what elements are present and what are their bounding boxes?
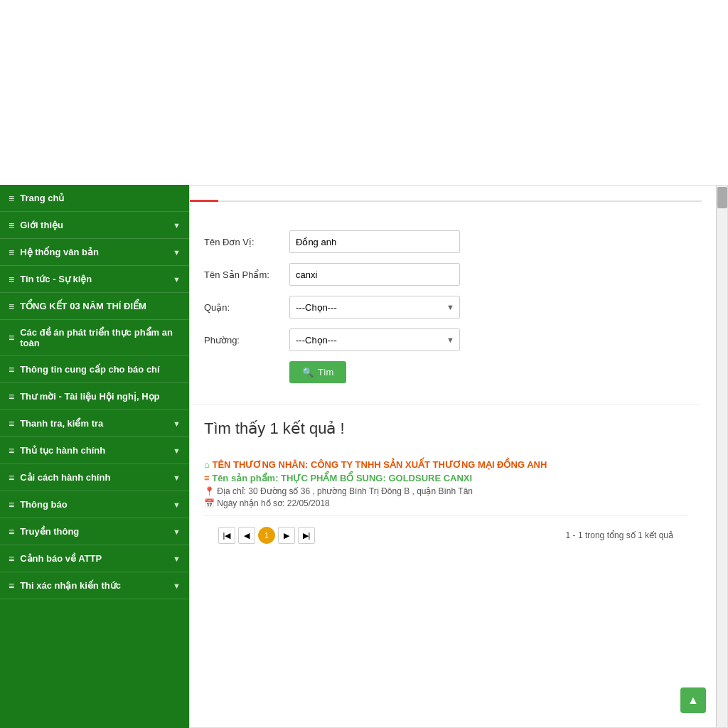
tabs-container [190, 186, 702, 202]
menu-grid-icon: ≡ [9, 193, 14, 204]
sidebar-item-label: Cảnh báo về ATTP [20, 553, 102, 564]
chevron-down-icon-6: ▼ [173, 473, 181, 482]
form-row-don-vi: Tên Đơn Vị: [204, 230, 687, 253]
menu-grid-icon-13: ≡ [9, 526, 14, 537]
sidebar-item-thu-tuc[interactable]: ≡ Thủ tục hành chính ▼ [0, 437, 189, 464]
page-1-button[interactable]: 1 [258, 527, 275, 544]
search-form: Tên Đơn Vị: Tên Sản Phẩm: Quận: ---Chọn-… [190, 216, 702, 397]
page-last-button[interactable]: ▶| [298, 527, 315, 544]
results-section: Tìm thấy 1 kết quả ! TÊN THƯƠNG NHÂN: CÔ… [190, 405, 702, 569]
chevron-down-icon: ▼ [173, 221, 181, 230]
content-inner: Tên Đơn Vị: Tên Sản Phẩm: Quận: ---Chọn-… [190, 186, 716, 583]
sidebar-item-canh-bao[interactable]: ≡ Cảnh báo về ATTP ▼ [0, 545, 189, 572]
chevron-down-icon-5: ▼ [173, 446, 181, 455]
don-vi-label: Tên Đơn Vị: [204, 237, 289, 247]
page-prev-button[interactable]: ◀ [238, 527, 255, 544]
search-button[interactable]: 🔍 Tìm [289, 361, 346, 383]
result-item: TÊN THƯƠNG NHÂN: CÔNG TY TNHH SẢN XUẤT T… [204, 452, 687, 516]
sidebar-item-label: Thông tin cung cấp cho báo chí [20, 364, 160, 375]
menu-grid-icon-2: ≡ [9, 220, 14, 231]
menu-grid-icon-4: ≡ [9, 274, 14, 285]
sidebar-item-label: Trang chủ [20, 193, 64, 203]
results-title: Tìm thấy 1 kết quả ! [204, 419, 687, 438]
top-space [0, 0, 728, 185]
content-area: Tên Đơn Vị: Tên Sản Phẩm: Quận: ---Chọn-… [189, 185, 728, 728]
sidebar-item-gioi-thieu[interactable]: ≡ Giới thiệu ▼ [0, 212, 189, 239]
sidebar-item-label: Thanh tra, kiểm tra [20, 418, 103, 429]
phuong-label: Phường: [204, 335, 289, 346]
page-wrapper: ≡ Trang chủ ≡ Giới thiệu ▼ ≡ Hệ thống vă… [0, 0, 728, 728]
tab-2[interactable] [218, 186, 247, 202]
sidebar-item-cai-cach[interactable]: ≡ Cải cách hành chính ▼ [0, 464, 189, 491]
menu-grid-icon-11: ≡ [9, 472, 14, 483]
sidebar-item-he-thong-van-ban[interactable]: ≡ Hệ thống văn bản ▼ [0, 239, 189, 266]
sidebar-item-label: Tin tức - Sự kiện [20, 274, 92, 284]
sidebar: ≡ Trang chủ ≡ Giới thiệu ▼ ≡ Hệ thống vă… [0, 185, 189, 728]
phuong-select[interactable]: ---Chọn--- [289, 328, 460, 351]
menu-grid-icon-15: ≡ [9, 580, 14, 592]
chevron-up-icon: ▲ [687, 694, 699, 707]
chevron-down-icon-7: ▼ [173, 500, 181, 509]
result-merchant: TÊN THƯƠNG NHÂN: CÔNG TY TNHH SẢN XUẤT T… [204, 459, 687, 470]
scrollbar-thumb[interactable] [717, 187, 727, 208]
don-vi-input[interactable] [289, 230, 460, 253]
chevron-down-icon-2: ▼ [173, 248, 181, 257]
sidebar-item-trang-chu[interactable]: ≡ Trang chủ [0, 185, 189, 212]
sidebar-item-thong-tin-bao-chi[interactable]: ≡ Thông tin cung cấp cho báo chí [0, 356, 189, 383]
sidebar-item-label: TỔNG KẾT 03 NĂM THÍ ĐIỂM [20, 301, 146, 311]
quan-select[interactable]: ---Chọn--- [289, 296, 460, 318]
page-next-button[interactable]: ▶ [278, 527, 295, 544]
sidebar-item-label: Thi xác nhận kiến thức [20, 580, 121, 591]
menu-grid-icon-12: ≡ [9, 499, 14, 510]
phuong-select-wrapper: ---Chọn--- ▼ [289, 328, 460, 351]
result-address: Địa chỉ: 30 Đường số 36 , phường Bình Tr… [204, 486, 687, 496]
menu-grid-icon-5: ≡ [9, 301, 14, 312]
pagination: |◀ ◀ 1 ▶ ▶| 1 - 1 trong tổng số 1 kết qu… [204, 516, 687, 555]
main-area: ≡ Trang chủ ≡ Giới thiệu ▼ ≡ Hệ thống vă… [0, 185, 728, 728]
sidebar-item-tong-ket[interactable]: ≡ TỔNG KẾT 03 NĂM THÍ ĐIỂM [0, 293, 189, 320]
sidebar-item-thu-moi[interactable]: ≡ Thư mời - Tài liệu Hội nghị, Họp [0, 383, 189, 410]
sidebar-item-label: Hệ thống văn bản [20, 247, 99, 257]
san-pham-label: Tên Sản Phẩm: [204, 269, 289, 280]
search-button-label: Tìm [318, 367, 333, 378]
quan-label: Quận: [204, 302, 289, 313]
chevron-down-icon-9: ▼ [173, 555, 181, 563]
sidebar-item-label: Thông báo [20, 499, 67, 510]
sidebar-item-thi-xac-nhan[interactable]: ≡ Thi xác nhận kiến thức ▼ [0, 572, 189, 599]
result-product: Tên sản phẩm: THỰC PHẨM BỔ SUNG: GOLDSUR… [204, 473, 687, 483]
tab-1[interactable] [190, 186, 218, 202]
menu-grid-icon-9: ≡ [9, 418, 14, 429]
san-pham-input[interactable] [289, 263, 460, 286]
sidebar-item-thanh-tra[interactable]: ≡ Thanh tra, kiểm tra ▼ [0, 410, 189, 437]
chevron-down-icon-8: ▼ [173, 528, 181, 536]
sidebar-item-tin-tuc[interactable]: ≡ Tin tức - Sự kiện ▼ [0, 266, 189, 293]
quan-select-wrapper: ---Chọn--- ▼ [289, 296, 460, 318]
search-icon: 🔍 [302, 367, 314, 378]
sidebar-item-thong-bao[interactable]: ≡ Thông báo ▼ [0, 491, 189, 518]
menu-grid-icon-3: ≡ [9, 247, 14, 258]
sidebar-item-label: Thủ tục hành chính [20, 445, 105, 456]
menu-grid-icon-7: ≡ [9, 364, 14, 375]
sidebar-item-label: Giới thiệu [20, 220, 63, 230]
menu-grid-icon-10: ≡ [9, 445, 14, 456]
sidebar-item-label: Truyền thông [20, 526, 79, 537]
sidebar-item-de-an[interactable]: ≡ Các đề án phát triển thực phẩm an toàn [0, 320, 189, 356]
pagination-info: 1 - 1 trong tổng số 1 kết quả [566, 530, 673, 540]
form-row-quan: Quận: ---Chọn--- ▼ [204, 296, 687, 318]
chevron-down-icon-10: ▼ [173, 582, 181, 590]
menu-grid-icon-14: ≡ [9, 553, 14, 564]
scroll-top-button[interactable]: ▲ [680, 687, 706, 713]
sidebar-item-label: Cải cách hành chính [20, 472, 110, 483]
form-row-san-pham: Tên Sản Phẩm: [204, 263, 687, 286]
sidebar-item-truyen-thong[interactable]: ≡ Truyền thông ▼ [0, 518, 189, 545]
menu-grid-icon-6: ≡ [9, 332, 14, 343]
sidebar-item-label: Các đề án phát triển thực phẩm an toàn [20, 327, 181, 348]
result-date: Ngày nhận hồ sơ: 22/05/2018 [204, 498, 687, 508]
page-controls: |◀ ◀ 1 ▶ ▶| [218, 527, 315, 544]
menu-grid-icon-8: ≡ [9, 391, 14, 402]
sidebar-item-label: Thư mời - Tài liệu Hội nghị, Họp [20, 391, 159, 402]
form-row-phuong: Phường: ---Chọn--- ▼ [204, 328, 687, 351]
page-first-button[interactable]: |◀ [218, 527, 235, 544]
chevron-down-icon-4: ▼ [173, 419, 181, 428]
scrollbar[interactable] [716, 186, 727, 727]
